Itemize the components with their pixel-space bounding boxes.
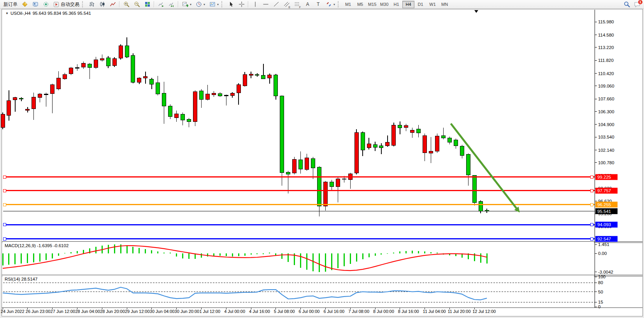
- svg-text:103.540: 103.540: [598, 135, 614, 139]
- svg-text:102.140: 102.140: [598, 148, 614, 153]
- svg-text:80: 80: [598, 280, 603, 285]
- svg-text:104.900: 104.900: [598, 122, 614, 127]
- svg-text:4 Jul 00:00: 4 Jul 00:00: [224, 309, 245, 314]
- svg-text:99.225: 99.225: [597, 175, 611, 179]
- line-handle[interactable]: [4, 237, 6, 240]
- svg-text:1 Jul 12:00: 1 Jul 12:00: [199, 309, 220, 314]
- svg-text:114.580: 114.580: [598, 33, 614, 37]
- line-handle[interactable]: [591, 237, 593, 240]
- svg-text:29 Jun 12:00: 29 Jun 12:00: [125, 309, 150, 314]
- svg-text:96.255: 96.255: [597, 202, 611, 207]
- svg-text:-3.0042: -3.0042: [598, 270, 613, 274]
- macd-indicator-label: MACD(12,26,9) -1.6395 -0.6102: [5, 243, 68, 248]
- svg-text:24 Jun 2022: 24 Jun 2022: [1, 309, 25, 314]
- svg-text:27 Jun 12:00: 27 Jun 12:00: [51, 309, 75, 314]
- line-handle[interactable]: [591, 189, 593, 192]
- svg-text:4 Jul 16:00: 4 Jul 16:00: [249, 309, 270, 314]
- svg-text:8 Jul 00:00: 8 Jul 00:00: [373, 309, 394, 314]
- svg-text:30 Jun 04:00: 30 Jun 04:00: [150, 309, 175, 314]
- svg-text:100.780: 100.780: [598, 160, 614, 165]
- chart-ohlc-values: 95.643 95.834 95.365 95.541: [33, 11, 91, 16]
- line-handle[interactable]: [591, 203, 593, 206]
- svg-text:8 Jul 16:00: 8 Jul 16:00: [398, 309, 419, 314]
- chart-title: ▼ USOil-,H4 95.643 95.834 95.365 95.541: [5, 11, 91, 16]
- svg-text:28 Jun 04:00: 28 Jun 04:00: [75, 309, 100, 314]
- chart-window[interactable]: 115.980114.580113.220111.820110.420109.0…: [0, 0, 644, 318]
- line-handle[interactable]: [4, 203, 6, 206]
- svg-text:50: 50: [598, 290, 603, 294]
- line-handle[interactable]: [591, 223, 593, 226]
- svg-text:11 Jul 04:00: 11 Jul 04:00: [423, 309, 446, 314]
- svg-text:111.820: 111.820: [598, 58, 614, 63]
- chart-collapse-icon[interactable]: ▼: [5, 12, 9, 15]
- svg-text:1.451: 1.451: [598, 242, 609, 247]
- line-handle[interactable]: [4, 176, 6, 178]
- svg-text:110.420: 110.420: [598, 71, 614, 76]
- svg-text:100: 100: [598, 274, 605, 279]
- svg-text:109.060: 109.060: [598, 84, 614, 88]
- svg-text:26 Jun 23:00: 26 Jun 23:00: [26, 309, 51, 314]
- svg-text:97.757: 97.757: [597, 188, 611, 193]
- svg-text:7 Jul 08:00: 7 Jul 08:00: [348, 309, 369, 314]
- svg-text:107.660: 107.660: [598, 97, 614, 101]
- svg-text:113.220: 113.220: [598, 45, 614, 50]
- svg-text:28 Jun 20:00: 28 Jun 20:00: [100, 309, 125, 314]
- svg-text:6 Jul 16:00: 6 Jul 16:00: [323, 309, 344, 314]
- svg-text:0: 0: [598, 304, 600, 309]
- line-handle[interactable]: [4, 189, 6, 192]
- macd-pane-canvas[interactable]: [2, 242, 594, 275]
- svg-text:30 Jun 20:00: 30 Jun 20:00: [175, 309, 200, 314]
- svg-text:12 Jul 12:00: 12 Jul 12:00: [472, 309, 496, 314]
- svg-text:115.980: 115.980: [598, 19, 614, 24]
- svg-text:106.300: 106.300: [598, 109, 614, 114]
- rsi-indicator-label: RSI(14) 28.5147: [5, 277, 37, 281]
- svg-text:0.00: 0.00: [598, 251, 607, 256]
- svg-text:92.547: 92.547: [597, 237, 611, 241]
- svg-text:15: 15: [598, 300, 603, 304]
- svg-text:11 Jul 20:00: 11 Jul 20:00: [447, 309, 470, 314]
- svg-text:95.541: 95.541: [597, 209, 611, 214]
- chart-symbol-period: USOil-,H4: [11, 11, 31, 16]
- svg-text:6 Jul 00:00: 6 Jul 00:00: [299, 309, 320, 314]
- svg-text:94.093: 94.093: [597, 222, 611, 227]
- main-chart-canvas[interactable]: [2, 10, 594, 241]
- svg-text:5 Jul 08:00: 5 Jul 08:00: [274, 309, 295, 314]
- line-handle[interactable]: [4, 223, 6, 226]
- line-handle[interactable]: [591, 176, 593, 178]
